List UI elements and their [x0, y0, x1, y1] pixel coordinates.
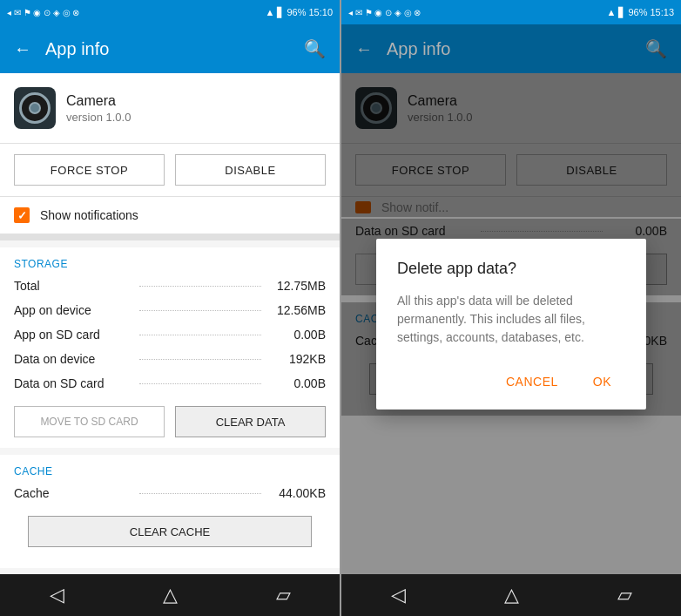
- time-right: 15:13: [650, 7, 674, 17]
- right-phone-panel: ◂ ✉ ⚑ ◉ ⊙ ◈ ◎ ⊗ ▲ ▋ 96% 15:13 ← App info…: [341, 0, 681, 616]
- storage-data-sd-row: Data on SD card 0.00B: [0, 371, 340, 396]
- content-left: Camera version 1.0.0 FORCE STOP DISABLE …: [0, 73, 340, 574]
- page-title-right: App info: [387, 39, 631, 59]
- camera-app-icon-left: [14, 87, 56, 129]
- dialog-overlay: Delete app data? All this app's data wil…: [341, 73, 681, 574]
- app-bar-right: ← App info 🔍: [341, 24, 681, 73]
- cache-label-left: Cache: [14, 486, 136, 500]
- battery-label: 96%: [287, 7, 306, 17]
- camera-lens-outer: [19, 92, 51, 124]
- notification-icons-right: ◂ ✉ ⚑ ◉ ⊙ ◈ ◎ ⊗: [348, 8, 421, 17]
- recents-nav-left[interactable]: ▱: [276, 584, 291, 606]
- recents-nav-right[interactable]: ▱: [617, 584, 632, 606]
- bottom-nav-right: ◁ △ ▱: [341, 574, 681, 616]
- status-right-info: ▲ ▋ 96% 15:13: [607, 7, 674, 18]
- force-stop-button-left[interactable]: FORCE STOP: [14, 154, 165, 186]
- back-button-left[interactable]: ←: [14, 39, 31, 59]
- app-name-left: Camera: [66, 93, 131, 109]
- action-buttons-left: FORCE STOP DISABLE: [0, 144, 340, 196]
- storage-app-device-label: App on device: [14, 303, 136, 317]
- checkmark-left: ✓: [17, 209, 27, 222]
- cache-dots: [139, 493, 261, 494]
- back-button-right[interactable]: ←: [355, 39, 373, 59]
- storage-total-label: Total: [14, 279, 136, 293]
- signal-icon: ▋: [277, 7, 284, 18]
- dialog-title: Delete app data?: [397, 260, 625, 278]
- bottom-nav-left: ◁ △ ▱: [0, 574, 340, 616]
- storage-app-device-value: 12.56MB: [265, 303, 326, 317]
- status-icons-left: ◂ ✉ ⚑ ◉ ⊙ ◈ ◎ ⊗: [7, 8, 79, 17]
- storage-total-row: Total 12.75MB: [0, 274, 340, 298]
- cache-section-left: CACHE Cache 44.00KB CLEAR CACHE: [0, 455, 340, 568]
- app-info-text-left: Camera version 1.0.0: [66, 93, 131, 124]
- back-nav-right[interactable]: ◁: [391, 584, 406, 606]
- storage-total-value: 12.75MB: [265, 279, 326, 293]
- storage-app-sd-row: App on SD card 0.00B: [0, 322, 340, 347]
- delete-app-data-dialog: Delete app data? All this app's data wil…: [376, 239, 646, 410]
- search-icon-right[interactable]: 🔍: [645, 38, 667, 59]
- left-phone-panel: ◂ ✉ ⚑ ◉ ⊙ ◈ ◎ ⊗ ▲ ▋ 96% 15:10 ← App info…: [0, 0, 340, 616]
- storage-dots-3: [139, 335, 261, 335]
- notifications-row-left: ✓ Show notifications: [0, 196, 340, 240]
- status-bar-left: ◂ ✉ ⚑ ◉ ⊙ ◈ ◎ ⊗ ▲ ▋ 96% 15:10: [0, 0, 340, 24]
- notifications-label-left: Show notifications: [40, 208, 138, 222]
- storage-data-sd-label: Data on SD card: [14, 376, 136, 390]
- search-icon-left[interactable]: 🔍: [304, 38, 326, 59]
- move-to-sd-button-left: MOVE TO SD CARD: [14, 406, 165, 437]
- storage-data-device-row: Data on device 192KB: [0, 347, 340, 371]
- notifications-checkbox-left[interactable]: ✓: [14, 207, 30, 223]
- storage-app-sd-label: App on SD card: [14, 328, 136, 342]
- wifi-icon: ▲: [266, 7, 275, 17]
- storage-dots-5: [139, 383, 261, 384]
- status-icons-right-panel: ◂ ✉ ⚑ ◉ ⊙ ◈ ◎ ⊗: [348, 8, 421, 17]
- storage-dots-4: [139, 359, 261, 360]
- cache-value-left: 44.00KB: [265, 486, 326, 500]
- app-header-left: Camera version 1.0.0: [0, 73, 340, 144]
- app-version-left: version 1.0.0: [66, 111, 131, 124]
- storage-dots-2: [139, 310, 261, 311]
- notification-icons: ◂ ✉ ⚑ ◉ ⊙ ◈ ◎ ⊗: [7, 8, 79, 17]
- storage-data-sd-value: 0.00B: [265, 376, 326, 390]
- home-nav-left[interactable]: △: [163, 584, 178, 606]
- time-left: 15:10: [308, 7, 333, 17]
- page-title-left: App info: [45, 39, 290, 59]
- signal-icon-right: ▋: [618, 7, 625, 18]
- clear-cache-button-left[interactable]: CLEAR CACHE: [28, 516, 312, 547]
- clear-data-button-left[interactable]: CLEAR DATA: [175, 406, 326, 437]
- status-bar-right: ◂ ✉ ⚑ ◉ ⊙ ◈ ◎ ⊗ ▲ ▋ 96% 15:13: [341, 0, 681, 24]
- storage-app-sd-value: 0.00B: [265, 328, 326, 342]
- wifi-icon-right: ▲: [607, 7, 617, 17]
- storage-buttons-left: MOVE TO SD CARD CLEAR DATA: [0, 396, 340, 448]
- dialog-actions: CANCEL OK: [397, 361, 625, 403]
- storage-data-device-value: 192KB: [265, 352, 326, 366]
- storage-section-title-left: STORAGE: [0, 247, 340, 274]
- dialog-body: All this app's data will be deleted perm…: [397, 292, 625, 347]
- app-bar-left: ← App info 🔍: [0, 24, 340, 73]
- cache-buttons-left: CLEAR CACHE: [0, 505, 340, 568]
- battery-label-right: 96%: [628, 7, 647, 17]
- home-nav-right[interactable]: △: [504, 584, 519, 606]
- cancel-button[interactable]: CANCEL: [492, 368, 572, 396]
- cache-row-left: Cache 44.00KB: [0, 481, 340, 505]
- cache-section-title-left: CACHE: [0, 455, 340, 481]
- storage-data-device-label: Data on device: [14, 352, 136, 366]
- disable-button-left[interactable]: DISABLE: [175, 154, 326, 186]
- storage-app-device-row: App on device 12.56MB: [0, 298, 340, 322]
- ok-button[interactable]: OK: [579, 368, 625, 396]
- status-icons-right: ▲ ▋ 96% 15:10: [266, 7, 333, 18]
- camera-lens-inner: [29, 102, 41, 114]
- storage-section-left: STORAGE Total 12.75MB App on device 12.5…: [0, 247, 340, 448]
- back-nav-left[interactable]: ◁: [50, 584, 64, 606]
- storage-dots-1: [139, 286, 261, 287]
